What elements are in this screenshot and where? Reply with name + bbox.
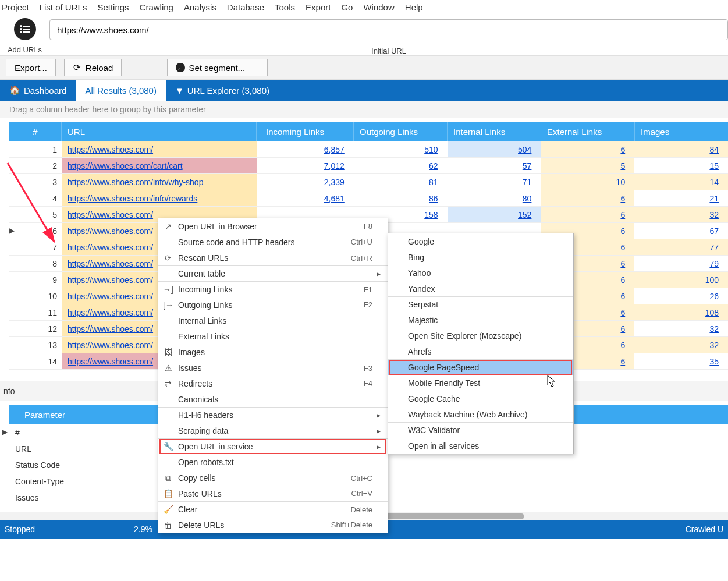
menu-item[interactable]: ⟳Rescan URLsCtrl+R <box>158 250 388 265</box>
menu-item[interactable]: Current table▸ <box>158 265 388 281</box>
row-expand-icon[interactable]: ▶ <box>2 428 8 436</box>
menu-item[interactable]: Scraping data▸ <box>158 423 388 438</box>
table-row[interactable]: 1https://www.shoes.com/6,857510504684 <box>9 141 728 158</box>
col-images[interactable]: Images <box>635 122 728 141</box>
cell-index: 8 <box>9 256 62 271</box>
url-link[interactable]: https://www.shoes.com/ <box>68 292 153 301</box>
tab-bar: 🏠Dashboard All Results (3,080) ▼URL Expl… <box>0 80 728 101</box>
url-link[interactable]: https://www.shoes.com/ <box>68 341 153 350</box>
submenu-item[interactable]: Open in all services <box>388 438 573 454</box>
menu-item[interactable]: 🗑Delete URLsShift+Delete <box>158 517 388 533</box>
menu-item[interactable]: 🧹ClearDelete <box>158 501 388 517</box>
url-link[interactable]: https://www.shoes.com/ <box>68 210 153 219</box>
segment-button[interactable]: Set segment... <box>167 59 268 76</box>
menu-item[interactable]: ⇄RedirectsF4 <box>158 375 388 391</box>
menu-export[interactable]: Export <box>306 2 331 12</box>
menu-tools[interactable]: Tools <box>275 2 295 12</box>
cell-incoming: 2,339 <box>260 174 354 190</box>
filter-icon: ▼ <box>175 86 184 95</box>
submenu-item[interactable]: Google <box>388 233 573 249</box>
table-row[interactable]: 2https://www.shoes.com/cart/cart7,012625… <box>9 158 728 174</box>
submenu-item[interactable]: Ahrefs <box>388 343 573 359</box>
menu-bar[interactable]: ProjectList of URLsSettingsCrawlingAnaly… <box>0 0 728 14</box>
submenu-item[interactable]: Yahoo <box>388 265 573 281</box>
menu-settings[interactable]: Settings <box>97 2 129 12</box>
tab-all-results[interactable]: All Results (3,080) <box>76 80 166 101</box>
url-link[interactable]: https://www.shoes.com/ <box>68 259 153 268</box>
submenu-item[interactable]: Serpstat <box>388 296 573 312</box>
url-link[interactable]: https://www.shoes.com/ <box>68 308 153 317</box>
menu-item[interactable]: H1-H6 headers▸ <box>158 407 388 423</box>
add-urls[interactable] <box>0 18 49 41</box>
menu-item[interactable]: ⚠IssuesF3 <box>158 360 388 375</box>
col-num[interactable]: # <box>9 122 62 141</box>
menu-help[interactable]: Help <box>405 2 423 12</box>
submenu-item[interactable]: Google PageSpeed <box>388 359 573 375</box>
submenu-item[interactable]: Google Cache <box>388 391 573 406</box>
reload-icon: ⟳ <box>73 63 82 72</box>
menu-project[interactable]: Project <box>2 2 29 12</box>
col-internal[interactable]: Internal Links <box>448 122 541 141</box>
menu-item[interactable]: Source code and HTTP headersCtrl+U <box>158 234 388 250</box>
context-menu[interactable]: ↗Open URL in BrowserF8Source code and HT… <box>158 218 388 533</box>
menu-item[interactable]: Internal Links <box>158 313 388 328</box>
url-link[interactable]: https://www.shoes.com/cart/cart <box>68 161 183 171</box>
svg-point-2 <box>20 28 22 30</box>
menu-list-of-urls[interactable]: List of URLs <box>40 2 87 12</box>
cell-external: 6 <box>541 190 634 206</box>
url-link[interactable]: https://www.shoes.com/ <box>68 145 153 154</box>
menu-icon: 📋 <box>158 489 178 498</box>
col-outgoing[interactable]: Outgoing Links <box>354 122 448 141</box>
list-icon[interactable] <box>14 18 36 40</box>
submenu-item[interactable]: Majestic <box>388 312 573 328</box>
cell-images: 32 <box>634 321 728 336</box>
menu-item[interactable]: Canonicals <box>158 391 388 407</box>
svg-point-4 <box>20 31 22 33</box>
col-url[interactable]: URL <box>62 122 257 141</box>
url-link[interactable]: https://www.shoes.com/ <box>68 243 153 252</box>
menu-item[interactable]: External Links <box>158 328 388 344</box>
grid-header: # URL Incoming Links Outgoing Links Inte… <box>9 122 728 141</box>
submenu-item[interactable]: Mobile Friendly Test <box>388 375 573 391</box>
submenu-item[interactable]: W3C Validator <box>388 422 573 438</box>
url-link[interactable]: https://www.shoes.com/info/rewards <box>68 194 197 203</box>
submenu-item[interactable]: Bing <box>388 249 573 265</box>
menu-item[interactable]: 🖼Images <box>158 344 388 360</box>
url-link[interactable]: https://www.shoes.com/ <box>68 357 153 366</box>
menu-item[interactable]: ↗Open URL in BrowserF8 <box>158 218 388 234</box>
col-incoming[interactable]: Incoming Links <box>260 122 354 141</box>
table-row[interactable]: 3https://www.shoes.com/info/why-shop2,33… <box>9 174 728 190</box>
url-link[interactable]: https://www.shoes.com/info/why-shop <box>68 178 203 187</box>
menu-analysis[interactable]: Analysis <box>184 2 216 12</box>
cell-url: https://www.shoes.com/info/rewards <box>62 190 257 206</box>
reload-button[interactable]: ⟳Reload <box>64 59 122 76</box>
menu-go[interactable]: Go <box>341 2 353 12</box>
tab-dashboard[interactable]: 🏠Dashboard <box>0 80 76 101</box>
submenu-item[interactable]: Yandex <box>388 281 573 296</box>
menu-window[interactable]: Window <box>363 2 394 12</box>
menu-crawling[interactable]: Crawling <box>140 2 173 12</box>
menu-item[interactable]: 🔧Open URL in service▸ <box>158 438 388 454</box>
menu-item[interactable]: 📋Paste URLsCtrl+V <box>158 486 388 501</box>
context-submenu[interactable]: GoogleBingYahooYandexSerpstatMajesticOpe… <box>388 233 574 454</box>
menu-icon: →] <box>158 285 178 294</box>
tab-url-explorer[interactable]: ▼URL Explorer (3,080) <box>166 80 279 101</box>
url-input[interactable] <box>49 19 728 40</box>
url-link[interactable]: https://www.shoes.com/ <box>68 324 153 334</box>
export-button[interactable]: Export... <box>6 59 56 76</box>
menu-database[interactable]: Database <box>227 2 264 12</box>
url-link[interactable]: https://www.shoes.com/ <box>68 226 153 236</box>
cell-images: 32 <box>634 207 728 222</box>
menu-item[interactable]: →]Incoming LinksF1 <box>158 281 388 297</box>
url-link[interactable]: https://www.shoes.com/ <box>68 275 153 285</box>
submenu-item[interactable]: Open Site Explorer (Mozscape) <box>388 328 573 343</box>
menu-item[interactable]: [→Outgoing LinksF2 <box>158 297 388 313</box>
cell-images: 77 <box>634 239 728 255</box>
row-expand-icon[interactable]: ▶ <box>9 226 15 235</box>
menu-item[interactable]: ⧉Copy cellsCtrl+C <box>158 470 388 486</box>
menu-item[interactable]: Open robots.txt <box>158 454 388 470</box>
submenu-item[interactable]: Wayback Machine (Web Archive) <box>388 406 573 422</box>
col-external[interactable]: External Links <box>541 122 635 141</box>
group-by-hint[interactable]: Drag a column header here to group by th… <box>0 101 728 118</box>
table-row[interactable]: 4https://www.shoes.com/info/rewards4,681… <box>9 190 728 207</box>
